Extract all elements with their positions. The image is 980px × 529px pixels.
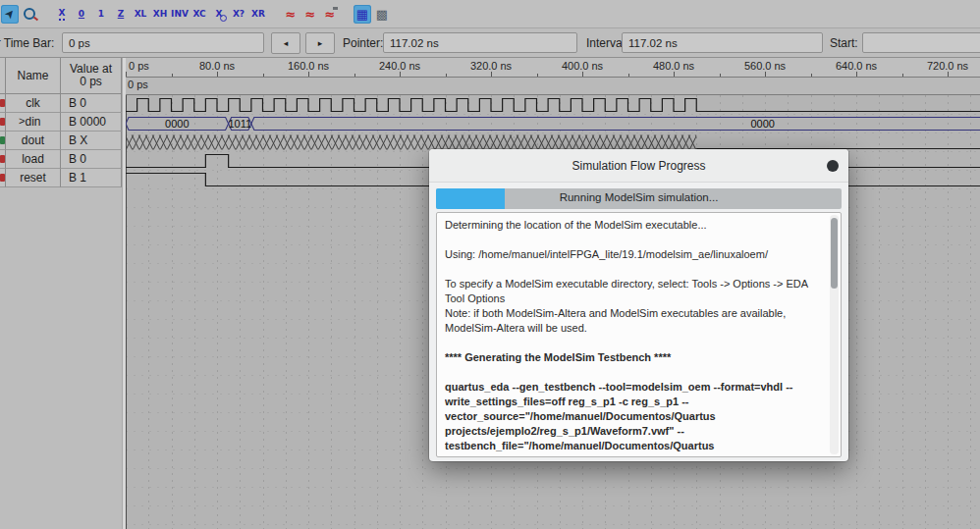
pointer-value-field[interactable] xyxy=(383,32,577,53)
signal-value-cell[interactable]: B X xyxy=(61,132,122,150)
start-value-field[interactable] xyxy=(862,32,980,53)
interval-value-field[interactable] xyxy=(622,32,823,53)
log-scrollbar[interactable] xyxy=(830,215,839,454)
run-functional-simulation-icon[interactable]: ▦ xyxy=(354,5,371,24)
signal-name: reset xyxy=(20,171,46,185)
ruler-tickmark xyxy=(308,72,309,77)
log-line: **** Generating the ModelSim Testbench *… xyxy=(445,350,825,365)
bus-value-label: 1011 xyxy=(228,118,251,130)
dialog-close-icon[interactable] xyxy=(827,160,839,172)
signal-name-cell[interactable]: >din xyxy=(6,113,61,132)
ruler-minor-tickmark xyxy=(263,74,264,77)
forcing-unknown-icon[interactable]: X xyxy=(53,5,71,24)
input-port-icon xyxy=(0,174,5,182)
log-line xyxy=(445,262,825,277)
snap-to-grid-icon[interactable]: ≈ xyxy=(282,5,299,24)
invert-icon[interactable]: INV xyxy=(171,5,189,24)
timeline-ruler[interactable]: 0 ps80.0 ns160.0 ns240.0 ns320.0 ns400.0… xyxy=(126,58,980,78)
count-value-icon-glyph: XC xyxy=(192,9,205,19)
toolbar: ➤X01ZXLXHINVXCXX?XR≈≈≈▦▩ xyxy=(0,0,980,28)
signal-value: B 0 xyxy=(69,96,86,110)
random-value-icon[interactable]: XR xyxy=(249,5,267,24)
ruler-minor-tickmark xyxy=(902,74,903,77)
random-value-icon-glyph: XR xyxy=(251,9,265,19)
weak-low-icon[interactable]: XL xyxy=(132,5,149,24)
ruler-minor-tickmark xyxy=(172,74,173,77)
input-port-icon xyxy=(0,155,5,163)
forcing-high-icon-glyph: 1 xyxy=(98,9,104,19)
output-port-icon xyxy=(0,136,5,144)
log-line: Using: /home/manuel/intelFPGA_lite/19.1/… xyxy=(445,247,825,262)
signal-value: B 0 xyxy=(69,152,86,166)
forcing-low-icon[interactable]: 0 xyxy=(73,5,90,24)
ruler-minor-tickmark xyxy=(354,74,355,77)
time-bar-controls: Master Time Bar: ◂ ▸ Pointer: Interval: … xyxy=(0,28,980,58)
weak-high-icon[interactable]: XH xyxy=(151,5,169,24)
zoom-tool-icon[interactable] xyxy=(21,5,38,24)
bus-value-label: 0000 xyxy=(165,118,189,130)
master-time-next-button[interactable]: ▸ xyxy=(305,32,335,54)
snap-to-transition-icon[interactable]: ≈ xyxy=(301,5,319,24)
edit-waveform-icon[interactable]: ≈ xyxy=(321,5,339,24)
high-impedance-icon[interactable]: Z xyxy=(112,5,130,24)
signal-value-cell[interactable]: B 1 xyxy=(61,169,122,187)
expand-icon[interactable]: > xyxy=(19,115,25,127)
ruler-tick-label: 320.0 ns xyxy=(470,60,512,72)
name-column-header[interactable]: Name xyxy=(6,58,61,94)
signal-name: clk xyxy=(26,96,40,110)
high-impedance-icon-glyph: Z xyxy=(118,9,125,19)
signal-name-cell[interactable]: clk xyxy=(6,94,61,113)
signal-value-cell[interactable]: B 0 xyxy=(61,94,122,113)
ruler-tick-label: 720.0 ns xyxy=(927,60,968,72)
selection-tool-icon[interactable]: ➤ xyxy=(1,5,19,24)
wave-clk[interactable] xyxy=(126,99,980,112)
master-time-prev-button[interactable]: ◂ xyxy=(271,32,300,54)
signal-table-header: Name Value at 0 ps xyxy=(0,58,122,94)
signal-row-dout[interactable]: doutB X xyxy=(0,132,122,150)
value-header-line2: 0 ps xyxy=(80,76,102,88)
log-line: quartus_eda --gen_testbench --tool=model… xyxy=(445,380,825,456)
ruler-tick-label: 560.0 ns xyxy=(744,60,786,72)
forcing-high-icon[interactable]: 1 xyxy=(92,5,110,24)
count-value-icon[interactable]: XC xyxy=(191,5,208,24)
weak-low-icon-glyph: XL xyxy=(135,9,147,19)
ruler-tickmark xyxy=(582,72,583,77)
wave-dout-unknown[interactable] xyxy=(126,135,696,150)
ruler-tick-label: 80.0 ns xyxy=(199,60,235,72)
ruler-tick-label: 0 ps xyxy=(129,60,149,72)
signal-row-load[interactable]: loadB 0 xyxy=(0,150,122,169)
wave-din-segment[interactable] xyxy=(251,118,980,131)
log-scrollbar-thumb[interactable] xyxy=(831,218,838,289)
generate-testbench-icon[interactable]: ▩ xyxy=(373,5,391,24)
arbitrary-value-icon[interactable]: X? xyxy=(230,5,247,24)
ruler-minor-tickmark xyxy=(446,74,447,77)
signal-value-cell[interactable]: B 0000 xyxy=(61,113,122,132)
signal-row-din[interactable]: >dinB 0000 xyxy=(0,113,122,132)
master-time-band[interactable]: 0 ps xyxy=(126,78,980,95)
signal-table: Name Value at 0 ps clkB 0>dinB 0000doutB… xyxy=(0,58,122,529)
signal-row-clk[interactable]: clkB 0 xyxy=(0,94,122,113)
signal-row-reset[interactable]: resetB 1 xyxy=(0,169,122,187)
master-time-cursor-label: 0 ps xyxy=(128,79,148,90)
signal-name: dout xyxy=(22,133,44,147)
dialog-title-bar[interactable]: Simulation Flow Progress xyxy=(429,149,848,183)
signal-name-cell[interactable]: dout xyxy=(6,132,61,150)
signal-name-cell[interactable]: reset xyxy=(6,169,61,187)
input-port-icon xyxy=(0,118,5,126)
zoom-tool-icon-glyph xyxy=(24,8,35,20)
ruler-tick-label: 240.0 ns xyxy=(379,60,420,72)
value-column-header[interactable]: Value at 0 ps xyxy=(61,58,122,94)
start-label: Start: xyxy=(830,36,858,50)
master-time-bar-input[interactable] xyxy=(62,32,264,53)
signal-name-cell[interactable]: load xyxy=(6,150,61,169)
dialog-title: Simulation Flow Progress xyxy=(572,159,705,173)
snap-to-grid-icon-glyph: ≈ xyxy=(286,7,297,22)
ruler-tickmark xyxy=(491,72,492,77)
master-time-bar-label: Master Time Bar: xyxy=(0,36,54,50)
simulation-log-box[interactable]: Determining the location of the ModelSim… xyxy=(436,212,842,457)
edit-waveform-icon-glyph: ≈ xyxy=(325,7,336,22)
signal-value-cell[interactable]: B 0 xyxy=(61,150,122,169)
log-line: Determining the location of the ModelSim… xyxy=(445,218,825,233)
overwrite-clock-icon[interactable]: X xyxy=(210,5,228,24)
ruler-tickmark xyxy=(856,72,857,77)
